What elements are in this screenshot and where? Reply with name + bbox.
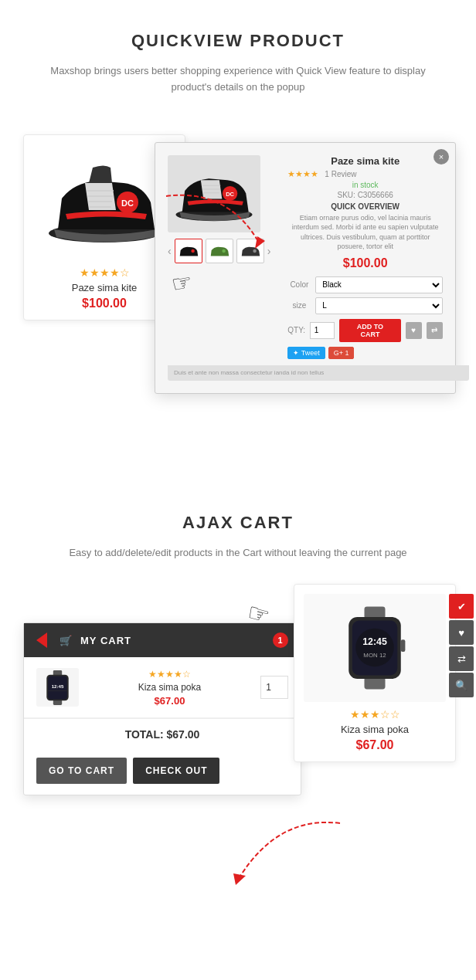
tweet-btn[interactable]: ✦ Tweet bbox=[287, 347, 325, 359]
cart-actions: GO TO CART CHECK OUT bbox=[24, 750, 301, 795]
p2-cart-btn[interactable]: ✔ bbox=[449, 594, 474, 619]
product-card-2-actions: ✔ ♥ ⇄ 🔍 bbox=[449, 594, 474, 697]
popup-color-row: Color Black bbox=[287, 276, 443, 293]
gplus-btn[interactable]: G+ 1 bbox=[328, 347, 355, 359]
product-card-2: 12:45 MON 12 ✔ ♥ ⇄ 🔍 ★★★☆☆ Kiza sima pok… bbox=[294, 584, 456, 762]
popup-overview-text: Etiam ornare purus odio, vel lacinia mau… bbox=[287, 213, 443, 252]
p2-wishlist-btn[interactable]: ♥ bbox=[449, 620, 474, 645]
quickview-illustration: DC 🛒 ♥ ⇄ ⊕ ★★★★☆ Paze sima kite $100.00 bbox=[23, 119, 456, 443]
svg-rect-18 bbox=[53, 700, 62, 705]
shoe-image: DC bbox=[42, 156, 166, 249]
watch-image-large: 12:45 MON 12 bbox=[340, 605, 410, 690]
p2-price: $67.00 bbox=[304, 738, 446, 752]
ajax-illustration: 🛒 MY CART 1 12:45 ★★★ bbox=[23, 584, 456, 916]
cart-item-image: 12:45 bbox=[36, 668, 79, 707]
popup-close-btn[interactable]: × bbox=[434, 149, 449, 164]
popup-size-row: size L bbox=[287, 297, 443, 314]
cart-total: TOTAL: $67.00 bbox=[24, 718, 301, 750]
svg-text:MON 12: MON 12 bbox=[363, 652, 386, 659]
cart-panel: 🛒 MY CART 1 12:45 ★★★ bbox=[23, 622, 301, 795]
quickview-arrow bbox=[151, 181, 274, 273]
quickview-title: QUICKVIEW PRODUCT bbox=[23, 31, 453, 51]
popup-qty-row: QTY: ADD TO CART ♥ ⇄ bbox=[287, 319, 443, 342]
popup-qty-label: QTY: bbox=[287, 326, 305, 334]
popup-add-to-cart-btn[interactable]: ADD TO CART bbox=[339, 319, 401, 342]
check-out-btn[interactable]: CHECK OUT bbox=[133, 758, 219, 784]
browser-bar-text: Duis et ante non massa consectetur ianda… bbox=[174, 369, 324, 376]
svg-rect-30 bbox=[401, 640, 406, 653]
popup-color-select[interactable]: Black bbox=[315, 276, 443, 293]
popup-size-select[interactable]: L bbox=[315, 297, 443, 314]
popup-wishlist-btn[interactable]: ♥ bbox=[406, 322, 422, 339]
popup-review: 1 Review bbox=[325, 170, 356, 178]
popup-price: $100.00 bbox=[287, 256, 443, 270]
cart-item-qty-input[interactable] bbox=[260, 676, 288, 699]
cart-item-price: $67.00 bbox=[88, 695, 251, 707]
ajax-cart-title: AJAX CART bbox=[23, 513, 453, 533]
quickview-desc: Maxshop brings users better shopping exp… bbox=[45, 63, 431, 96]
cart-item-stars: ★★★★☆ bbox=[88, 669, 251, 680]
popup-size-label: size bbox=[287, 301, 311, 310]
ajax-cart-desc: Easy to add/delete/edit products in the … bbox=[45, 545, 431, 561]
popup-color-label: Color bbox=[287, 280, 311, 289]
svg-text:12:45: 12:45 bbox=[52, 683, 64, 689]
svg-rect-17 bbox=[53, 670, 62, 676]
cart-item-name: Kiza sima poka bbox=[88, 682, 251, 693]
browser-bar: Duis et ante non massa consectetur ianda… bbox=[168, 365, 469, 381]
product-card-2-image: 12:45 MON 12 ✔ ♥ ⇄ 🔍 bbox=[304, 594, 446, 702]
popup-product-name: Paze sima kite bbox=[287, 155, 443, 167]
cart-watch-image: 12:45 bbox=[40, 670, 75, 705]
svg-rect-24 bbox=[365, 677, 386, 690]
go-to-cart-btn[interactable]: GO TO CART bbox=[36, 758, 127, 784]
popup-details: Paze sima kite ★★★★ 1 Review in stock SK… bbox=[287, 155, 443, 359]
svg-point-27 bbox=[355, 629, 394, 667]
cart-header-label: MY CART bbox=[80, 635, 131, 646]
ajax-cart-arrow bbox=[216, 808, 355, 900]
p2-compare-btn[interactable]: ⇄ bbox=[449, 646, 474, 671]
p2-name: Kiza sima poka bbox=[304, 724, 446, 735]
popup-stars: ★★★★ bbox=[287, 169, 318, 179]
svg-text:DC: DC bbox=[121, 198, 134, 208]
svg-text:12:45: 12:45 bbox=[362, 636, 387, 647]
popup-compare-btn[interactable]: ⇄ bbox=[427, 322, 443, 339]
popup-sku: SKU: C3056666 bbox=[287, 191, 443, 199]
quickview-section: QUICKVIEW PRODUCT Maxshop brings users b… bbox=[0, 0, 476, 466]
p2-search-btn[interactable]: 🔍 bbox=[449, 673, 474, 697]
cart-total-label: TOTAL: bbox=[125, 728, 164, 741]
svg-rect-23 bbox=[365, 607, 386, 619]
popup-overview-title: QUICK OVERVIEW bbox=[287, 202, 443, 211]
popup-social: ✦ Tweet G+ 1 bbox=[287, 347, 443, 359]
cart-icon: 🛒 bbox=[60, 635, 73, 646]
cart-item-info: ★★★★☆ Kiza sima poka $67.00 bbox=[88, 669, 251, 707]
cart-arrow-icon bbox=[36, 632, 47, 648]
cart-badge: 1 bbox=[273, 632, 288, 648]
svg-marker-31 bbox=[233, 873, 246, 885]
popup-instock: in stock bbox=[287, 181, 443, 189]
cart-total-value: $67.00 bbox=[167, 728, 200, 741]
popup-qty-input[interactable] bbox=[310, 322, 335, 339]
p2-stars: ★★★☆☆ bbox=[304, 708, 446, 721]
ajax-cart-section: AJAX CART Easy to add/delete/edit produc… bbox=[0, 482, 476, 940]
cart-item: 12:45 ★★★★☆ Kiza sima poka $67.00 bbox=[24, 657, 301, 718]
